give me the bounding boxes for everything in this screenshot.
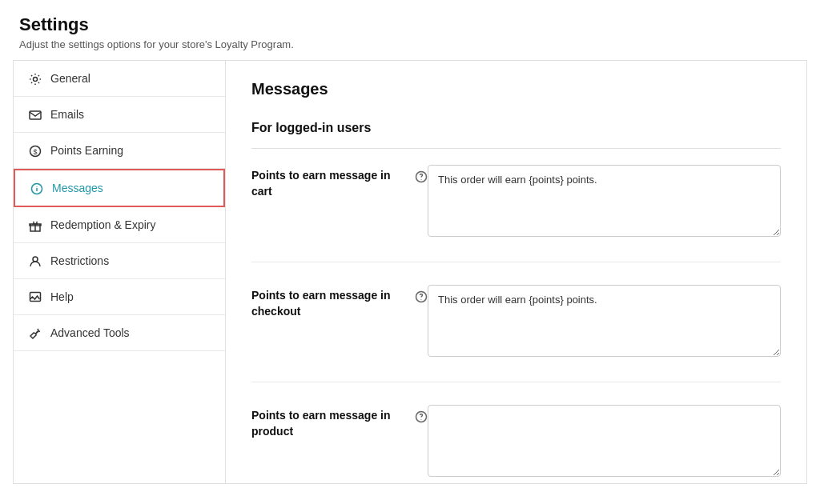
- form-field-cart: This order will earn {points} points.: [428, 165, 781, 239]
- product-message-input[interactable]: [428, 405, 781, 477]
- form-label-area-cart: Points to earn message in cart: [251, 165, 428, 199]
- section-title: Messages: [251, 80, 781, 98]
- form-field-product: [428, 405, 781, 479]
- sidebar-item-help-label: Help: [50, 290, 74, 303]
- sidebar-item-general[interactable]: General: [14, 61, 225, 97]
- points-icon: $: [28, 143, 42, 158]
- sidebar-item-messages-label: Messages: [52, 182, 103, 194]
- person-icon: [28, 254, 42, 268]
- wrench-icon: [28, 326, 42, 340]
- checkout-help-icon[interactable]: [415, 289, 428, 303]
- sidebar-item-help[interactable]: Help: [14, 279, 225, 315]
- checkout-message-label: Points to earn message in checkout: [251, 288, 408, 319]
- sidebar-item-emails-label: Emails: [50, 108, 84, 121]
- main-content: Messages For logged-in users Points to e…: [226, 61, 806, 483]
- form-field-checkout: This order will earn {points} points.: [428, 285, 781, 359]
- form-row-checkout: Points to earn message in checkout This …: [251, 285, 781, 382]
- cart-help-icon[interactable]: [415, 169, 428, 183]
- form-row-cart: Points to earn message in cart This orde…: [251, 165, 781, 262]
- sidebar-item-points-earning-label: Points Earning: [50, 144, 123, 157]
- sidebar-item-redemption-label: Redemption & Expiry: [50, 218, 156, 231]
- page-subtitle: Adjust the settings options for your sto…: [19, 38, 801, 50]
- page-title: Settings: [19, 14, 801, 35]
- content-area: General Emails $ Points Earning: [13, 60, 807, 484]
- product-message-label: Points to earn message in product: [251, 408, 408, 439]
- cart-message-label: Points to earn message in cart: [251, 168, 408, 199]
- help-icon: [28, 290, 42, 304]
- sidebar-item-general-label: General: [50, 72, 90, 85]
- form-label-area-checkout: Points to earn message in checkout: [251, 285, 428, 319]
- svg-point-0: [34, 78, 38, 82]
- svg-text:$: $: [33, 148, 37, 156]
- page-header: Settings Adjust the settings options for…: [0, 0, 820, 60]
- sidebar-item-advanced-tools[interactable]: Advanced Tools: [14, 315, 225, 351]
- sidebar-item-messages[interactable]: Messages: [14, 169, 225, 207]
- cart-message-input[interactable]: This order will earn {points} points.: [428, 165, 781, 237]
- sidebar-item-points-earning[interactable]: $ Points Earning: [14, 133, 225, 169]
- sidebar-item-restrictions[interactable]: Restrictions: [14, 243, 225, 279]
- svg-rect-1: [30, 111, 41, 119]
- sidebar-item-redemption[interactable]: Redemption & Expiry: [14, 207, 225, 243]
- info-icon: [30, 181, 44, 195]
- subsection-title: For logged-in users: [251, 121, 781, 149]
- sidebar-item-advanced-tools-label: Advanced Tools: [50, 326, 130, 339]
- email-icon: [28, 107, 42, 122]
- form-row-product: Points to earn message in product: [251, 405, 781, 483]
- sidebar-item-emails[interactable]: Emails: [14, 97, 225, 133]
- form-label-area-product: Points to earn message in product: [251, 405, 428, 439]
- checkout-message-input[interactable]: This order will earn {points} points.: [428, 285, 781, 357]
- sidebar: General Emails $ Points Earning: [14, 61, 226, 483]
- gear-icon: [28, 71, 42, 86]
- sidebar-item-restrictions-label: Restrictions: [50, 254, 109, 267]
- gift-icon: [28, 218, 42, 232]
- svg-point-5: [33, 257, 38, 262]
- product-help-icon[interactable]: [415, 409, 428, 423]
